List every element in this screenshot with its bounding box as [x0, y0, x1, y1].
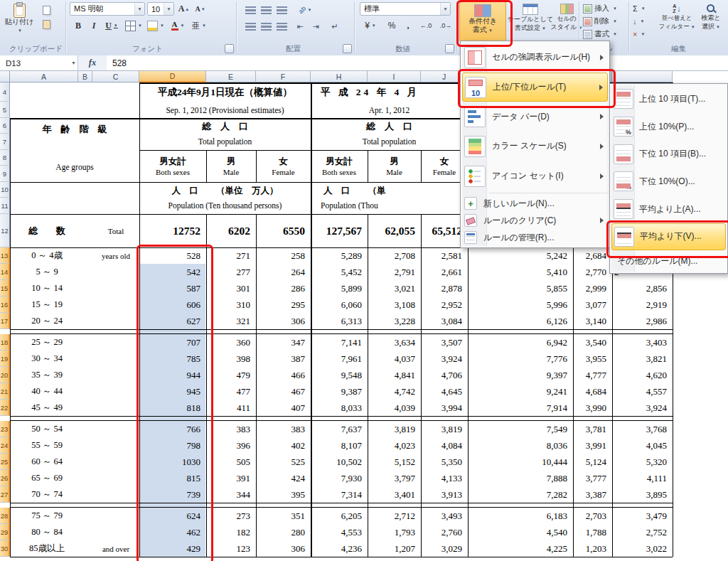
row-header-17[interactable]: 17: [0, 313, 10, 329]
cell-L29[interactable]: 4,540: [468, 524, 573, 540]
row-header-25[interactable]: 25: [0, 454, 10, 470]
alignment-dialog-launcher[interactable]: [343, 44, 352, 53]
cell-J24[interactable]: 4,084: [421, 437, 468, 454]
column-header-I[interactable]: I: [368, 71, 421, 82]
cell-H20[interactable]: 9,548: [311, 367, 368, 383]
column-header-E[interactable]: E: [206, 71, 256, 82]
cell-H29[interactable]: 4,553: [311, 524, 368, 540]
cell-D16[interactable]: 606: [139, 296, 206, 313]
insert-cells-button[interactable]: 挿入▼: [582, 3, 626, 14]
cell-I25[interactable]: 5,152: [368, 454, 421, 470]
row-header-30[interactable]: 30: [0, 540, 10, 557]
cell-H17[interactable]: 6,313: [311, 313, 368, 329]
cell-H22[interactable]: 8,033: [311, 400, 368, 416]
cell-L15[interactable]: 5,855: [468, 280, 573, 296]
cell-I27[interactable]: 3,401: [368, 486, 421, 503]
cell-E12[interactable]: 6202: [206, 214, 256, 247]
comma-style-button[interactable]: ,: [401, 18, 415, 33]
row-header-12[interactable]: 12: [0, 214, 10, 247]
column-header-C[interactable]: C: [92, 71, 139, 82]
cell-E13[interactable]: 271: [206, 247, 256, 264]
cell-N21[interactable]: 4,557: [612, 383, 673, 400]
cell-age-26[interactable]: 65 ～ 69: [10, 470, 84, 486]
header-total-pop1-en[interactable]: Total population: [139, 134, 311, 149]
row-header-27[interactable]: 27: [0, 486, 10, 503]
name-box[interactable]: D13 ▼: [0, 55, 78, 70]
cell-age-16[interactable]: 15 ～ 19: [10, 296, 84, 313]
header-unit1-en[interactable]: Population (Ten thousand persons): [139, 198, 311, 213]
cell-I12[interactable]: 62,055: [368, 214, 421, 247]
cell-N16[interactable]: 2,919: [612, 296, 673, 313]
row-header-15[interactable]: 15: [0, 280, 10, 296]
cell-age-21[interactable]: 40 ～ 44: [10, 383, 84, 400]
row-header-29[interactable]: 29: [0, 524, 10, 540]
cell-I23[interactable]: 3,819: [368, 421, 421, 437]
cell-N15[interactable]: 2,856: [612, 280, 673, 296]
cell-L28[interactable]: 6,183: [468, 508, 573, 524]
cell-M28[interactable]: 2,703: [573, 508, 612, 524]
cell-M20[interactable]: 4,777: [573, 367, 612, 383]
cell-age-14[interactable]: 5 ～ 9: [10, 264, 84, 280]
cell-D17[interactable]: 627: [139, 313, 206, 329]
row-header-4[interactable]: 4: [0, 82, 10, 102]
column-header-H[interactable]: H: [311, 71, 368, 82]
cell-M15[interactable]: 2,999: [573, 280, 612, 296]
cell-M25[interactable]: 5,124: [573, 454, 612, 470]
cell-F19[interactable]: 387: [256, 351, 311, 367]
cell-F22[interactable]: 407: [256, 400, 311, 416]
cell-E16[interactable]: 310: [206, 296, 256, 313]
cell-E23[interactable]: 383: [206, 421, 256, 437]
menu-item-7[interactable]: ルールのクリア(C): [462, 212, 608, 229]
orientation-button[interactable]: ab▼: [296, 4, 314, 16]
cell-L17[interactable]: 6,126: [468, 313, 573, 329]
delete-cells-button[interactable]: 削除▼: [582, 16, 626, 27]
cell-J18[interactable]: 3,507: [421, 334, 468, 351]
cell-H25[interactable]: 10,502: [311, 454, 368, 470]
cell-note-30[interactable]: and over: [92, 540, 139, 557]
cell-J25[interactable]: 5,350: [421, 454, 468, 470]
align-bottom-button[interactable]: [274, 4, 289, 16]
fill-button[interactable]: ↓▼: [631, 16, 657, 27]
format-cells-button[interactable]: 書式▼: [582, 28, 626, 40]
cell-age-24[interactable]: 55 ～ 59: [10, 437, 84, 454]
cell-H30[interactable]: 4,236: [311, 540, 368, 557]
cell-I20[interactable]: 4,841: [368, 367, 421, 383]
cell-L27[interactable]: 7,282: [468, 486, 573, 503]
borders-button[interactable]: ▼: [124, 18, 144, 33]
ruby-button[interactable]: 亜▼: [189, 18, 209, 33]
cell-F14[interactable]: 264: [256, 264, 311, 280]
cell-J26[interactable]: 4,133: [421, 470, 468, 486]
number-dialog-launcher[interactable]: [445, 44, 454, 53]
cell-D26[interactable]: 815: [139, 470, 206, 486]
cell-D12[interactable]: 12752: [139, 214, 206, 247]
cell-J16[interactable]: 2,952: [421, 296, 468, 313]
cell-E18[interactable]: 360: [206, 334, 256, 351]
cell-N26[interactable]: 4,111: [612, 470, 673, 486]
cell-D20[interactable]: 944: [139, 367, 206, 383]
cell-H23[interactable]: 7,637: [311, 421, 368, 437]
row-header-8[interactable]: 8: [0, 150, 10, 166]
submenu-item-5[interactable]: 平均より下(V)...: [611, 223, 726, 251]
cell-H26[interactable]: 7,930: [311, 470, 368, 486]
cell-M22[interactable]: 3,990: [573, 400, 612, 416]
menu-item-6[interactable]: 新しいルール(N)...: [462, 195, 608, 212]
cell-J21[interactable]: 4,645: [421, 383, 468, 400]
cell-F28[interactable]: 351: [256, 508, 311, 524]
align-left-button[interactable]: [243, 20, 257, 33]
cell-M21[interactable]: 4,684: [573, 383, 612, 400]
cell-F16[interactable]: 295: [256, 296, 311, 313]
row-header-9[interactable]: 9: [0, 166, 10, 182]
row-header-18[interactable]: 18: [0, 334, 10, 351]
cell-H16[interactable]: 6,060: [311, 296, 368, 313]
cell-M30[interactable]: 1,203: [573, 540, 612, 557]
cell-age-27[interactable]: 70 ～ 74: [10, 486, 84, 503]
cell-F12[interactable]: 6550: [256, 214, 311, 247]
cell-N27[interactable]: 3,895: [612, 486, 673, 503]
cell-I19[interactable]: 4,037: [368, 351, 421, 367]
grow-font-button[interactable]: A▲: [176, 2, 191, 16]
cell-J20[interactable]: 4,706: [421, 367, 468, 383]
cell-D21[interactable]: 945: [139, 383, 206, 400]
cell-D15[interactable]: 587: [139, 280, 206, 296]
bold-button[interactable]: B: [71, 18, 85, 33]
cell-E15[interactable]: 301: [206, 280, 256, 296]
